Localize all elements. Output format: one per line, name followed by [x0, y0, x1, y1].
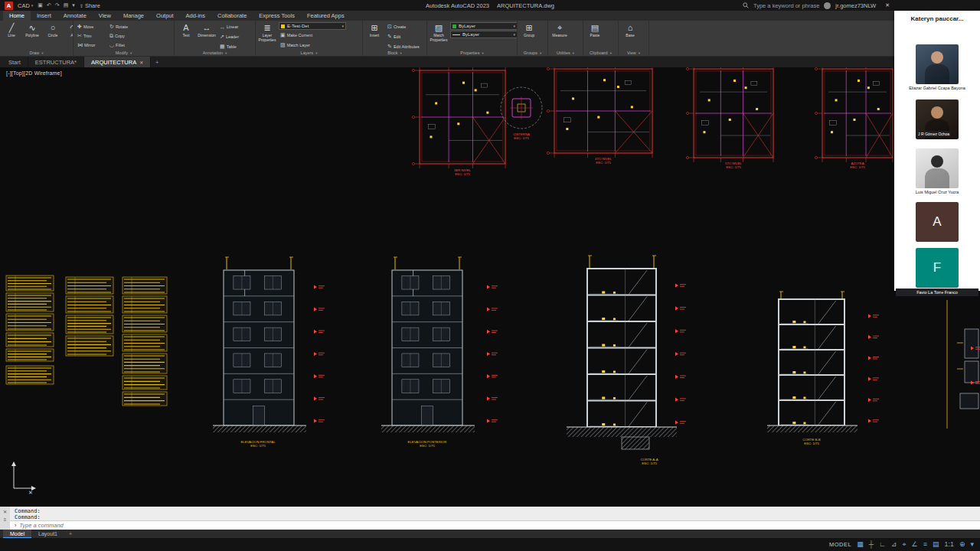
tool-arc[interactable]: ◠Arc [64, 22, 73, 38]
file-tab-estructura[interactable]: ESTRUCTURA* [28, 57, 84, 67]
scale-value[interactable]: 1:1 [944, 538, 954, 551]
window-close-button[interactable]: ✕ [880, 2, 890, 8]
panel-label-draw[interactable]: Draw [0, 50, 73, 57]
layout-tab-model[interactable]: Model [3, 530, 31, 538]
redo-icon[interactable]: ↷ [55, 2, 60, 8]
drawing-canvas[interactable]: ✕3ER NIVELESC: 1/754TO NIVELESC: 1/755TO… [0, 67, 980, 507]
panel-label-modify[interactable]: Modify [74, 50, 174, 57]
participant-tile[interactable]: A [896, 202, 978, 242]
grid-icon[interactable]: ▦ [857, 538, 864, 551]
ortho-icon[interactable]: ∟ [879, 538, 886, 551]
ribbon-tab-annotate[interactable]: Annotate [57, 11, 93, 21]
customize-icon[interactable]: ▾ [970, 538, 974, 551]
annotation-scale-icon[interactable]: ▤ [933, 538, 939, 551]
tool-make-current[interactable]: ▣Make Current [279, 31, 346, 40]
tool-group[interactable]: ⊞Group [520, 22, 538, 38]
save-icon[interactable]: ▣ [38, 2, 43, 8]
snap-tracking-icon[interactable]: ∠ [912, 538, 918, 551]
user-name: jr.gomez73NLW [835, 2, 876, 9]
tool-match-layer[interactable]: ▨Match Layer [279, 41, 346, 50]
tool-base[interactable]: ⌂Base [621, 22, 639, 38]
tool-insert[interactable]: ⊞Insert [365, 22, 384, 38]
tool-trim[interactable]: ✂Trim [76, 31, 108, 41]
ribbon-tab-add-ins[interactable]: Add-ins [180, 11, 211, 21]
tool-line[interactable]: ╱Line [2, 22, 21, 38]
tool-measure[interactable]: ⌖Measure [550, 22, 569, 38]
undo-icon[interactable]: ↶ [47, 2, 51, 8]
tool-create[interactable]: ⊡Create [386, 22, 420, 31]
tool-polyline[interactable]: ∿Polyline [23, 22, 41, 38]
tool-copy[interactable]: ⧉Copy [108, 31, 140, 41]
panel-label-groups[interactable]: Groups [518, 50, 547, 57]
viewport-controls[interactable]: [-][Top][2D Wireframe] [6, 70, 62, 76]
panel-label-annotation[interactable]: Annotation [175, 50, 255, 57]
tool-edit[interactable]: ✎Edit [386, 32, 420, 41]
panel-label-block[interactable]: Block [363, 50, 426, 57]
plot-icon[interactable]: ▤ [64, 2, 69, 8]
ribbon-tab-collaborate[interactable]: Collaborate [211, 11, 253, 21]
panel-label-view[interactable]: View [619, 50, 648, 57]
command-input[interactable] [19, 522, 325, 529]
polar-tracking-icon[interactable]: ⊿ [891, 538, 897, 551]
participant-tile[interactable]: J R Gómez Ochoa [896, 99, 978, 139]
bylayer-dropdown-1[interactable]: ByLayer▾ [450, 22, 517, 30]
tool-rotate[interactable]: ↻Rotate [108, 22, 140, 31]
panel-label-utilities[interactable]: Utilities [548, 50, 583, 57]
app-logo[interactable]: A [5, 2, 13, 10]
tool-edit-attributes[interactable]: ✎Edit Attributes [386, 42, 420, 50]
close-icon[interactable]: ✕ [139, 60, 143, 65]
command-input-row[interactable]: › [10, 520, 980, 530]
ribbon-tab-output[interactable]: Output [150, 11, 180, 21]
help-search-input[interactable]: Type a keyword or phrase [753, 2, 819, 9]
tool-paste[interactable]: ▤Paste [586, 22, 604, 38]
search-icon[interactable] [743, 2, 749, 8]
qat-menu-icon[interactable]: ▾ [72, 2, 75, 8]
tool-table[interactable]: ▦Table [218, 42, 239, 50]
tool-move[interactable]: ✚Move [76, 22, 108, 31]
panel-label-clipboard[interactable]: Clipboard [583, 50, 618, 57]
file-tab-start[interactable]: Start [2, 57, 28, 67]
command-window[interactable]: ✕≡ Command:Command: › [0, 507, 980, 530]
bylayer-dropdown-2[interactable]: ByLayer▾ [450, 31, 517, 38]
snap-icon[interactable]: ┼ [869, 538, 874, 551]
customize-command-icon[interactable]: ≡ [4, 517, 7, 522]
lineweight-icon[interactable]: ≡ [923, 538, 927, 551]
new-layout-button[interactable]: + [64, 530, 77, 538]
tool-mirror[interactable]: ⋈Mirror [76, 41, 108, 50]
layer-dropdown[interactable]: E-Test-Det▾ [279, 22, 346, 30]
ribbon-tab-insert[interactable]: Insert [31, 11, 57, 21]
participant-video[interactable] [916, 44, 959, 84]
ribbon-tab-featured-apps[interactable]: Featured Apps [301, 11, 351, 21]
tool-label: Line [2, 34, 21, 38]
participant-avatar[interactable]: F [916, 248, 959, 288]
panel-label-properties[interactable]: Properties [427, 50, 517, 57]
share-button[interactable]: ⇪ Share [80, 2, 100, 9]
participant-avatar[interactable]: A [916, 202, 959, 242]
tool-text[interactable]: AText [177, 22, 195, 38]
ribbon-tab-manage[interactable]: Manage [117, 11, 150, 21]
tool-dimension[interactable]: ↔Dimension [198, 22, 216, 38]
model-space-indicator[interactable]: MODEL [829, 541, 851, 548]
participant-tile[interactable]: FFavio La Torre Franco [896, 248, 978, 296]
workspace-switcher[interactable]: CAD ▾ [18, 2, 33, 9]
file-tab-arquitectura[interactable]: ARQUITECTURA✕ [84, 57, 151, 67]
tool-linear[interactable]: ↔Linear [218, 22, 239, 31]
ribbon-tab-view[interactable]: View [93, 11, 117, 21]
user-avatar[interactable] [824, 2, 831, 9]
layout-tab-layout1[interactable]: Layout1 [31, 530, 64, 538]
participant-tile[interactable]: Luis Miguel Cruz Yucra [896, 148, 978, 194]
participant-video[interactable] [916, 148, 959, 188]
object-snap-icon[interactable]: ⌖ [902, 538, 906, 551]
tool-fillet[interactable]: ◡Fillet [108, 41, 140, 50]
tool-circle[interactable]: ○Circle [44, 22, 62, 38]
ribbon-tab-express-tools[interactable]: Express Tools [253, 11, 301, 21]
ribbon-tab-home[interactable]: Home [3, 11, 31, 21]
close-command-icon[interactable]: ✕ [3, 509, 7, 514]
participant-tile[interactable]: Eliazar Gabriel Ccapa Bayona [896, 44, 978, 90]
tool-layer-properties[interactable]: ≣Layer Properties [258, 22, 276, 42]
tool-leader[interactable]: ↗Leader [218, 32, 239, 41]
new-drawing-tab-button[interactable]: + [151, 57, 163, 67]
workspace-icon[interactable]: ⊕ [959, 538, 965, 551]
tool-match-properties[interactable]: ▨Match Properties [430, 22, 448, 42]
panel-label-layers[interactable]: Layers [256, 50, 362, 57]
